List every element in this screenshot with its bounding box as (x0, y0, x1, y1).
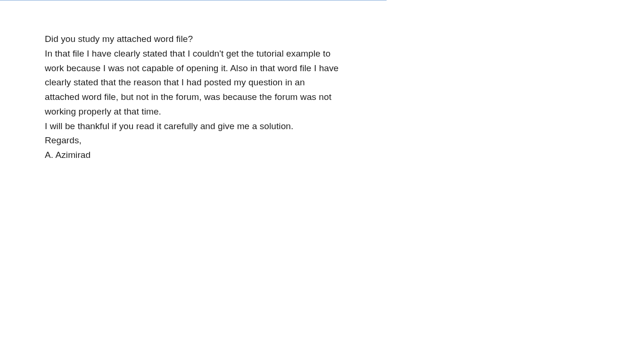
paragraph-line: Regards, (45, 133, 342, 148)
page-top-border (0, 0, 387, 0)
paragraph-line: I will be thankful if you read it carefu… (45, 119, 342, 134)
paragraph-line: In that file I have clearly stated that … (45, 47, 342, 119)
document-body: Did you study my attached word file? In … (45, 32, 342, 163)
paragraph-line: Did you study my attached word file? (45, 32, 342, 47)
paragraph-line: A. Azimirad (45, 148, 342, 163)
